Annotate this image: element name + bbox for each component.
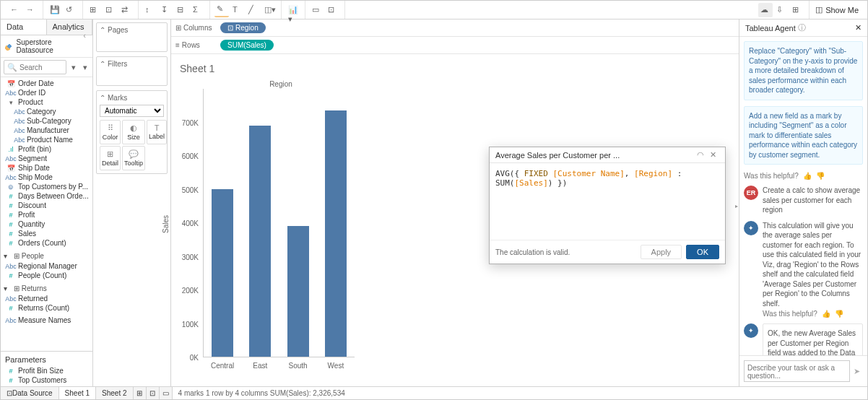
format-button[interactable]: ⊞ bbox=[790, 3, 804, 17]
tab-analytics[interactable]: Analytics‹ bbox=[47, 19, 93, 35]
field-people--count-[interactable]: #People (Count) bbox=[1, 271, 92, 280]
field-ship-date[interactable]: 📅Ship Date bbox=[1, 163, 92, 173]
tab-sheet-2[interactable]: Sheet 2 bbox=[96, 387, 133, 399]
highlight-button[interactable]: ✎ bbox=[214, 3, 229, 17]
field-discount[interactable]: #Discount bbox=[1, 201, 92, 210]
tab-data[interactable]: Data bbox=[1, 19, 47, 35]
field-order-date[interactable]: 📅Order Date bbox=[1, 79, 92, 88]
agent-suggestion-2[interactable]: Add a new field as a mark by including "… bbox=[744, 106, 863, 165]
field-days-between-orde---[interactable]: #Days Between Orde... bbox=[1, 191, 92, 201]
mark-detail[interactable]: ⊞Detail bbox=[100, 146, 121, 170]
download-button[interactable]: ⇩ bbox=[774, 3, 789, 17]
bar-central[interactable]: Central bbox=[204, 89, 241, 357]
agent-prompt-input[interactable] bbox=[744, 360, 850, 382]
thumbs-up-button[interactable]: 👍 bbox=[822, 310, 830, 318]
send-button[interactable]: ➤ bbox=[850, 360, 863, 382]
agent-title: Tableau Agent bbox=[745, 24, 796, 32]
datasource-row[interactable]: Superstore Datasource bbox=[1, 35, 92, 58]
table-people[interactable]: ▾⊞ People bbox=[1, 251, 92, 261]
mark-size[interactable]: ◐Size bbox=[122, 120, 145, 144]
table-returns[interactable]: ▾⊞ Returns bbox=[1, 283, 92, 294]
search-input[interactable]: 🔍 bbox=[4, 60, 66, 74]
datasource-name: Superstore Datasource bbox=[17, 38, 88, 54]
field-ship-mode[interactable]: AbcShip Mode bbox=[1, 173, 92, 182]
field-sub-category[interactable]: AbcSub-Category bbox=[1, 116, 92, 126]
field-segment[interactable]: AbcSegment bbox=[1, 154, 92, 163]
field-order-id[interactable]: AbcOrder ID bbox=[1, 88, 92, 97]
info-icon[interactable]: ⓘ bbox=[798, 22, 806, 33]
field-profit--bin-[interactable]: .ılProfit (bin) bbox=[1, 144, 92, 154]
tab-data-source[interactable]: ⊡ Data Source bbox=[1, 387, 59, 399]
presentation-button[interactable]: ▭ bbox=[310, 3, 324, 17]
field-returned[interactable]: AbcReturned bbox=[1, 294, 92, 303]
field-quantity[interactable]: #Quantity bbox=[1, 219, 92, 229]
expand-pane-button[interactable]: ▸ bbox=[734, 203, 739, 209]
field-regional-manager[interactable]: AbcRegional Manager bbox=[1, 261, 92, 271]
totals-button[interactable]: ⊟ bbox=[175, 3, 189, 17]
revert-button[interactable]: ↺ bbox=[64, 3, 78, 17]
field-product[interactable]: ▾Product bbox=[1, 97, 92, 107]
field-profit-bin-size[interactable]: #Profit Bin Size bbox=[1, 366, 92, 375]
sort-desc-button[interactable]: ↧ bbox=[159, 3, 173, 17]
thumbs-down-button[interactable]: 👎 bbox=[835, 310, 843, 318]
filters-shelf[interactable]: ⌃Filters bbox=[96, 56, 168, 86]
chart-button[interactable]: 📊▾ bbox=[286, 3, 300, 17]
save-button[interactable]: 💾 bbox=[48, 3, 62, 17]
field-manufacturer[interactable]: AbcManufacturer bbox=[1, 126, 92, 135]
text-button[interactable]: T bbox=[230, 3, 245, 17]
fit-dropdown[interactable]: ◫▾ bbox=[262, 3, 277, 17]
field-product-name[interactable]: AbcProduct Name bbox=[1, 135, 92, 144]
field-top-customers[interactable]: #Top Customers bbox=[1, 375, 92, 385]
marks-type-select[interactable]: Automatic bbox=[100, 105, 164, 117]
sheet-title[interactable]: Sheet 1 bbox=[177, 60, 733, 80]
field-measure-names[interactable]: AbcMeasure Names bbox=[1, 316, 92, 325]
bar-south[interactable]: South bbox=[279, 89, 317, 357]
device-button[interactable]: ⊡ bbox=[326, 3, 340, 17]
y-tick: 100K bbox=[177, 320, 199, 328]
bar-west[interactable]: West bbox=[317, 89, 355, 357]
new-datasource-button[interactable]: ⊞ bbox=[87, 3, 102, 17]
field-returns--count-[interactable]: #Returns (Count) bbox=[1, 303, 92, 313]
tab-sheet-1[interactable]: Sheet 1 bbox=[59, 387, 96, 399]
columns-pill-region[interactable]: ⊡ Region bbox=[220, 22, 266, 33]
cloud-button[interactable]: ☁ bbox=[758, 3, 773, 17]
sort-asc-button[interactable]: ↕ bbox=[143, 3, 157, 17]
thumbs-down-button[interactable]: 👎 bbox=[816, 172, 825, 180]
line-button[interactable]: ╱ bbox=[246, 3, 261, 17]
calc-apply-button[interactable]: Apply bbox=[641, 245, 682, 259]
agent-suggestion-1[interactable]: Replace "Category" with "Sub-Category" o… bbox=[744, 41, 863, 100]
pivot-button[interactable]: ⊡ bbox=[103, 3, 118, 17]
mark-tooltip[interactable]: 💬Tooltip bbox=[122, 146, 145, 170]
filter-button[interactable]: ▾ bbox=[68, 60, 79, 74]
pages-shelf[interactable]: ⌃Pages bbox=[96, 22, 168, 52]
agent-panel: Tableau Agent ⓘ ✕ Replace "Category" wit… bbox=[739, 19, 867, 386]
calc-close-button[interactable]: ✕ bbox=[707, 150, 719, 160]
calculation-dialog: Average Sales per Customer per ... ◠ ✕ A… bbox=[489, 147, 726, 264]
sigma-button[interactable]: Σ bbox=[191, 3, 205, 17]
thumbs-up-button[interactable]: 👍 bbox=[803, 172, 812, 180]
collapse-icon[interactable]: ‹ bbox=[83, 31, 86, 40]
swap-button[interactable]: ⇄ bbox=[119, 3, 134, 17]
new-dashboard-button[interactable]: ⊡ bbox=[147, 387, 160, 399]
calc-ok-button[interactable]: OK bbox=[686, 245, 719, 259]
forward-button[interactable]: → bbox=[24, 3, 38, 17]
back-button[interactable]: ← bbox=[8, 3, 22, 17]
field-orders--count-[interactable]: #Orders (Count) bbox=[1, 238, 92, 248]
mark-label[interactable]: TLabel bbox=[147, 120, 167, 144]
show-me-button[interactable]: ◫ Show Me bbox=[810, 5, 864, 14]
new-story-button[interactable]: ▭ bbox=[160, 387, 173, 399]
mark-color[interactable]: ⠿Color bbox=[100, 120, 121, 144]
field-category[interactable]: AbcCategory bbox=[1, 107, 92, 116]
field-profit[interactable]: #Profit bbox=[1, 210, 92, 219]
top-toolbar: ← → 💾 ↺ ⊞ ⊡ ⇄ ↕ ↧ ⊟ Σ ✎ T ╱ ◫▾ 📊▾ ▭ ⊡ ☁ … bbox=[1, 1, 867, 19]
y-tick: 600K bbox=[177, 152, 199, 160]
rows-pill-sales[interactable]: SUM(Sales) bbox=[220, 40, 274, 51]
field-sales[interactable]: #Sales bbox=[1, 229, 92, 238]
menu-button[interactable]: ▾ bbox=[81, 60, 90, 74]
field-top-customers-by-p---[interactable]: ⊚Top Customers by P... bbox=[1, 182, 92, 191]
bar-east[interactable]: East bbox=[241, 89, 279, 357]
agent-close-button[interactable]: ✕ bbox=[855, 23, 862, 32]
calc-formula-editor[interactable]: AVG({ FIXED [Customer Name], [Region] : … bbox=[490, 163, 725, 194]
new-sheet-button[interactable]: ⊞ bbox=[134, 387, 147, 399]
calc-collapse-button[interactable]: ◠ bbox=[694, 150, 707, 160]
